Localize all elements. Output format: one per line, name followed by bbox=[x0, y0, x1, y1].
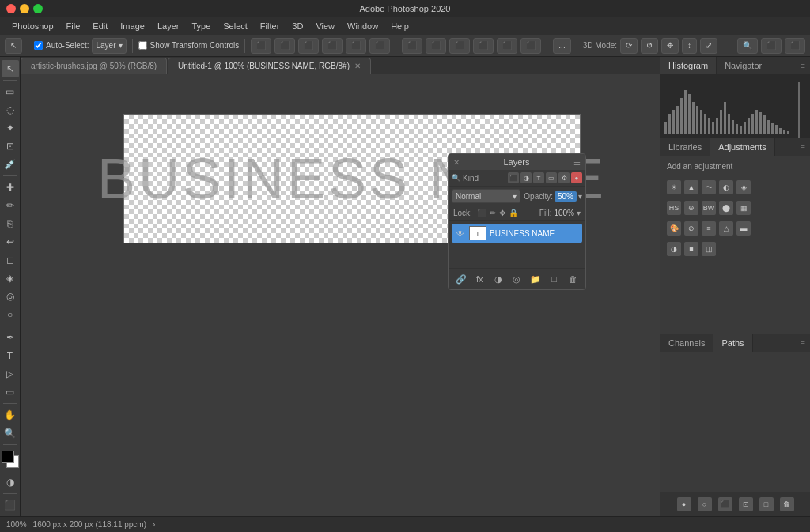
lock-all-icon[interactable]: 🔒 bbox=[509, 209, 518, 217]
close-button[interactable] bbox=[6, 4, 16, 13]
menu-image[interactable]: Image bbox=[115, 20, 150, 32]
selectivecolor-btn[interactable]: ◑ bbox=[667, 242, 681, 256]
tab-libraries[interactable]: Libraries bbox=[660, 138, 710, 156]
healing-tool[interactable]: ✚ bbox=[2, 179, 19, 196]
lock-transparent-icon[interactable]: ⬛ bbox=[477, 209, 486, 217]
filter-adj-icon[interactable]: ◑ bbox=[520, 172, 532, 183]
screen-mode-btn[interactable]: ⬛ bbox=[2, 496, 19, 514]
paths-stroke-btn[interactable]: ○ bbox=[698, 497, 712, 511]
align-top-btn[interactable]: ⬛ bbox=[322, 38, 343, 54]
workspace-btn[interactable]: ⬛ bbox=[761, 38, 782, 54]
fill-value[interactable]: 100% bbox=[554, 209, 574, 217]
3d-scale-btn[interactable]: ⤢ bbox=[700, 38, 717, 54]
wand-tool[interactable]: ✦ bbox=[2, 119, 19, 137]
3d-roll-btn[interactable]: ↺ bbox=[641, 38, 658, 54]
tab-histogram[interactable]: Histogram bbox=[660, 57, 717, 74]
menu-3d[interactable]: 3D bbox=[286, 20, 308, 32]
eyedropper-tool[interactable]: 💉 bbox=[2, 156, 19, 173]
zoom-tool[interactable]: 🔍 bbox=[2, 424, 19, 442]
add-mask-btn[interactable]: ◑ bbox=[491, 272, 505, 286]
tab-adjustments[interactable]: Adjustments bbox=[710, 138, 775, 156]
filter-shape-icon[interactable]: ▭ bbox=[546, 172, 557, 183]
move-tool-btn[interactable]: ↖ bbox=[5, 38, 22, 54]
pen-tool[interactable]: ✒ bbox=[2, 329, 19, 346]
path-select-tool[interactable]: ▷ bbox=[2, 365, 19, 383]
gradient-tool[interactable]: ◈ bbox=[2, 270, 19, 287]
photofilter-btn[interactable]: ⬤ bbox=[719, 201, 733, 215]
dist-left-btn[interactable]: ⬛ bbox=[402, 38, 422, 54]
dist-center-h-btn[interactable]: ⬛ bbox=[426, 38, 446, 54]
filter-toggle[interactable]: ● bbox=[571, 172, 582, 183]
3d-slide-btn[interactable]: ↕ bbox=[682, 38, 697, 54]
dist-top-btn[interactable]: ⬛ bbox=[473, 38, 494, 54]
opacity-value[interactable]: 50% bbox=[555, 191, 577, 202]
menu-help[interactable]: Help bbox=[385, 20, 414, 32]
new-folder-btn[interactable]: 📁 bbox=[528, 272, 543, 286]
more-options-btn[interactable]: ... bbox=[553, 38, 570, 54]
layers-panel-close[interactable]: ✕ bbox=[453, 158, 460, 167]
link-layers-btn[interactable]: 🔗 bbox=[454, 272, 468, 286]
fx-btn[interactable]: fx bbox=[472, 272, 486, 286]
menu-view[interactable]: View bbox=[310, 20, 340, 32]
filter-pixel-icon[interactable]: ⬛ bbox=[508, 172, 519, 183]
menu-select[interactable]: Select bbox=[218, 20, 253, 32]
filter-smart-icon[interactable]: ⚙ bbox=[558, 172, 570, 183]
selection-to-path-btn[interactable]: ⊡ bbox=[739, 497, 753, 511]
menu-edit[interactable]: Edit bbox=[87, 20, 113, 32]
bw-btn[interactable]: BW bbox=[702, 201, 716, 215]
marquee-tool[interactable]: ▭ bbox=[2, 83, 19, 100]
levels-btn[interactable]: ▲ bbox=[684, 180, 698, 194]
lasso-tool[interactable]: ◌ bbox=[2, 101, 19, 119]
dist-right-btn[interactable]: ⬛ bbox=[449, 38, 470, 54]
adjustments-panel-menu[interactable]: ≡ bbox=[796, 142, 810, 152]
shape-tool[interactable]: ▭ bbox=[2, 383, 19, 401]
menu-window[interactable]: Window bbox=[342, 20, 384, 32]
add-adjustment-btn[interactable]: ◎ bbox=[509, 272, 524, 286]
menu-file[interactable]: File bbox=[61, 20, 86, 32]
crop-tool[interactable]: ⊡ bbox=[2, 138, 19, 155]
align-right-btn[interactable]: ⬛ bbox=[298, 38, 319, 54]
move-tool[interactable]: ↖ bbox=[2, 60, 19, 77]
delete-layer-btn[interactable]: 🗑 bbox=[566, 272, 580, 286]
gradient-map-btn[interactable]: ▬ bbox=[736, 221, 751, 236]
foreground-color-swatch[interactable] bbox=[2, 451, 14, 463]
3d-pan-btn[interactable]: ✥ bbox=[661, 38, 679, 54]
show-transform-checkbox[interactable]: Show Transform Controls bbox=[138, 41, 240, 50]
invert-btn[interactable]: ⊘ bbox=[684, 221, 698, 236]
text-tool[interactable]: T bbox=[2, 347, 19, 364]
auto-select-checkbox[interactable]: Auto-Select: bbox=[34, 41, 89, 50]
lock-position-icon[interactable]: ✥ bbox=[499, 209, 505, 217]
paths-fill-btn[interactable]: ● bbox=[677, 497, 691, 511]
dist-center-v-btn[interactable]: ⬛ bbox=[497, 38, 517, 54]
layer-select[interactable]: Layer ▾ bbox=[92, 38, 126, 54]
menu-type[interactable]: Type bbox=[186, 20, 216, 32]
hand-tool[interactable]: ✋ bbox=[2, 406, 19, 424]
eraser-tool[interactable]: ◻ bbox=[2, 251, 19, 269]
tab-close-icon[interactable]: ✕ bbox=[354, 62, 361, 70]
layer-visibility-toggle[interactable]: 👁 bbox=[455, 228, 466, 239]
layer-item[interactable]: 👁 T BUSINESS NAME bbox=[452, 224, 582, 243]
channelmix-btn[interactable]: ▦ bbox=[736, 201, 751, 215]
tab-artistic-brushes[interactable]: artistic-brushes.jpg @ 50% (RGB/8) bbox=[21, 58, 167, 74]
colorbalance-btn[interactable]: ⊕ bbox=[684, 201, 698, 215]
menu-layer[interactable]: Layer bbox=[152, 20, 185, 32]
tab-channels[interactable]: Channels bbox=[660, 334, 713, 352]
blend-mode-select[interactable]: Normal ▾ bbox=[452, 189, 520, 203]
tab-paths[interactable]: Paths bbox=[713, 334, 752, 352]
paths-to-selection-btn[interactable]: ⬛ bbox=[718, 497, 732, 511]
maximize-button[interactable] bbox=[33, 4, 43, 13]
arrange-btn[interactable]: ⬛ bbox=[785, 38, 805, 54]
colorlookup-btn[interactable]: 🎨 bbox=[667, 221, 681, 236]
brush-tool[interactable]: ✏ bbox=[2, 197, 19, 214]
new-path-btn[interactable]: □ bbox=[759, 497, 774, 511]
history-brush[interactable]: ↩ bbox=[2, 233, 19, 251]
align-bottom-btn[interactable]: ⬛ bbox=[369, 38, 390, 54]
color-swatches[interactable] bbox=[2, 451, 19, 468]
posterize-btn[interactable]: ≡ bbox=[702, 221, 716, 236]
histogram-panel-menu[interactable]: ≡ bbox=[796, 61, 810, 70]
hsl-btn[interactable]: HS bbox=[667, 201, 681, 215]
menu-filter[interactable]: Filter bbox=[255, 20, 285, 32]
menu-photoshop[interactable]: Photoshop bbox=[6, 20, 59, 32]
3d-rotate-btn[interactable]: ⟳ bbox=[620, 38, 638, 54]
exposure-btn[interactable]: ◐ bbox=[719, 180, 733, 194]
